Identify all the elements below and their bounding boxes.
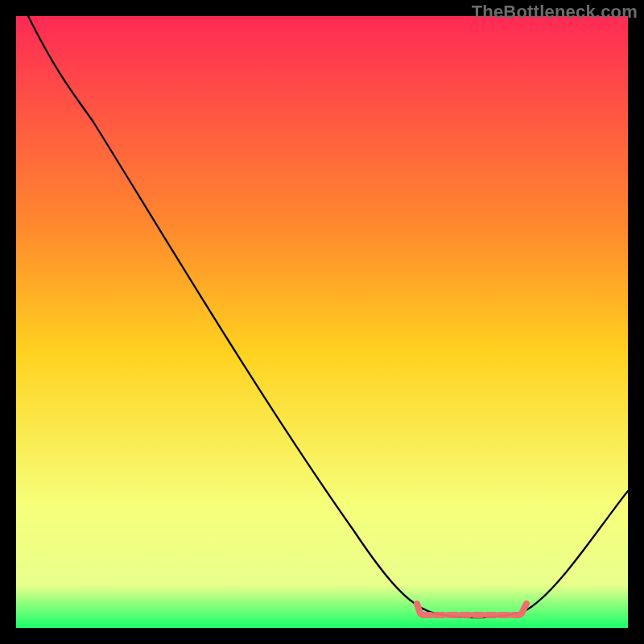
chart-stage: TheBottleneck.com	[0, 0, 644, 644]
plot-background	[16, 16, 628, 628]
watermark-text: TheBottleneck.com	[472, 2, 638, 23]
bottleneck-plot	[16, 16, 628, 628]
